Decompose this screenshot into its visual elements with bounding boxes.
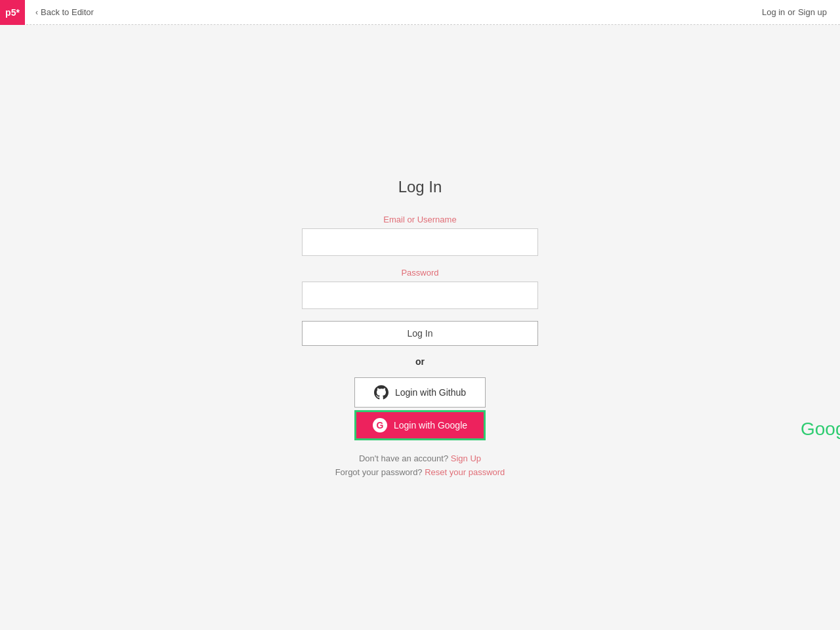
back-to-editor-link[interactable]: ‹ Back to Editor	[25, 7, 104, 17]
email-label: Email or Username	[302, 215, 538, 224]
japanese-tooltip: Google でログイン	[801, 417, 840, 442]
topnav-left: p5* ‹ Back to Editor	[0, 0, 104, 24]
login-link[interactable]: Log in	[762, 7, 785, 17]
back-to-editor-label: Back to Editor	[41, 7, 94, 17]
google-btn-label: Login with Google	[394, 420, 467, 430]
password-form-group: Password	[302, 268, 538, 309]
signup-link[interactable]: Sign up	[798, 7, 827, 17]
password-input[interactable]	[302, 282, 538, 309]
login-title: Log In	[398, 178, 442, 196]
signup-account-link[interactable]: Sign Up	[451, 453, 481, 463]
main-content: Log In Email or Username Password Log In…	[0, 0, 840, 630]
github-btn-label: Login with Github	[395, 387, 466, 398]
topnav-right: Log in or Sign up	[749, 7, 840, 17]
login-container: Log In Email or Username Password Log In…	[302, 178, 538, 477]
github-icon	[374, 385, 388, 400]
google-login-button[interactable]: G Login with Google	[354, 410, 486, 440]
login-button[interactable]: Log In	[302, 321, 538, 346]
social-buttons-wrapper: Login with Github G Login with Google Go…	[302, 377, 538, 443]
reset-password-link[interactable]: Reset your password	[425, 467, 505, 477]
p5-logo: p5*	[0, 0, 25, 25]
footer-links: Don't have an account? Sign Up Forgot yo…	[335, 453, 505, 477]
email-input[interactable]	[302, 228, 538, 256]
github-login-button[interactable]: Login with Github	[354, 377, 486, 408]
forgot-password-text: Forgot your password? Reset your passwor…	[335, 467, 505, 477]
email-form-group: Email or Username	[302, 215, 538, 256]
no-account-text: Don't have an account? Sign Up	[359, 453, 481, 463]
top-navigation: p5* ‹ Back to Editor Log in or Sign up	[0, 0, 840, 25]
google-icon: G	[373, 418, 387, 432]
or-separator: or	[788, 7, 795, 17]
chevron-left-icon: ‹	[35, 8, 38, 17]
or-divider: or	[415, 356, 425, 367]
password-label: Password	[302, 268, 538, 278]
